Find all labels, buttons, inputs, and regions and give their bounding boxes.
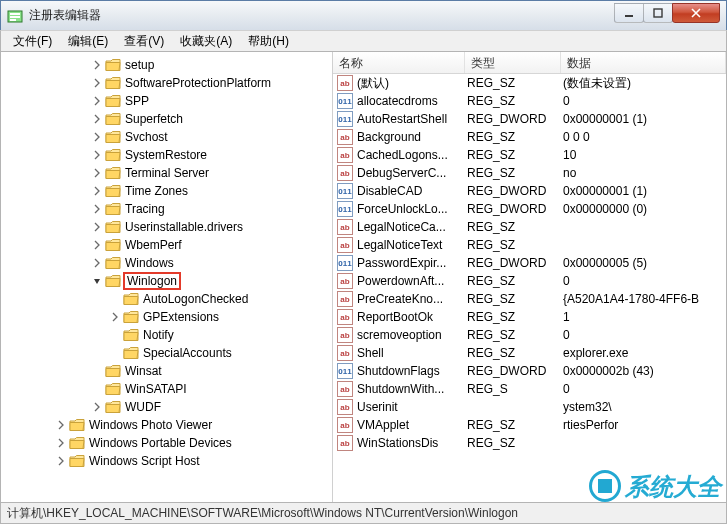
status-path: 计算机\HKEY_LOCAL_MACHINE\SOFTWARE\Microsof… <box>7 505 518 522</box>
tree-node[interactable]: Windows <box>1 254 332 272</box>
list-row[interactable]: abWinStationsDisREG_SZ <box>333 434 726 452</box>
tree-node[interactable]: Svchost <box>1 128 332 146</box>
list-row[interactable]: 011ForceUnlockLo...REG_DWORD0x00000000 (… <box>333 200 726 218</box>
expander-closed-icon[interactable] <box>109 311 121 323</box>
expander-closed-icon[interactable] <box>91 113 103 125</box>
menu-help[interactable]: 帮助(H) <box>240 31 297 52</box>
value-type: REG_DWORD <box>467 256 563 270</box>
tree-node[interactable]: setup <box>1 56 332 74</box>
tree-label: setup <box>125 58 154 72</box>
maximize-button[interactable] <box>643 3 673 23</box>
expander-open-icon[interactable] <box>91 275 103 287</box>
tree-pane: setupSoftwareProtectionPlatformSPPSuperf… <box>1 52 333 502</box>
list-row[interactable]: abPowerdownAft...REG_SZ0 <box>333 272 726 290</box>
list-row[interactable]: 011AutoRestartShellREG_DWORD0x00000001 (… <box>333 110 726 128</box>
list-row[interactable]: abLegalNoticeTextREG_SZ <box>333 236 726 254</box>
expander-closed-icon[interactable] <box>55 455 67 467</box>
expander-closed-icon[interactable] <box>91 149 103 161</box>
string-value-icon: ab <box>337 435 353 451</box>
menu-file[interactable]: 文件(F) <box>5 31 60 52</box>
list-row[interactable]: 011allocatecdromsREG_SZ0 <box>333 92 726 110</box>
string-value-icon: ab <box>337 417 353 433</box>
list-row[interactable]: ab(默认)REG_SZ(数值未设置) <box>333 74 726 92</box>
statusbar: 计算机\HKEY_LOCAL_MACHINE\SOFTWARE\Microsof… <box>0 502 727 524</box>
list-row[interactable]: abPreCreateKno...REG_SZ{A520A1A4-1780-4F… <box>333 290 726 308</box>
tree-label: Windows <box>125 256 174 270</box>
expander-closed-icon[interactable] <box>91 401 103 413</box>
tree-label: WUDF <box>125 400 161 414</box>
list-row[interactable]: abBackgroundREG_SZ0 0 0 <box>333 128 726 146</box>
list-row[interactable]: abShellREG_SZexplorer.exe <box>333 344 726 362</box>
list-row[interactable]: abReportBootOkREG_SZ1 <box>333 308 726 326</box>
expander-closed-icon[interactable] <box>91 167 103 179</box>
list-row[interactable]: abVMAppletREG_SZrtiesPerfor <box>333 416 726 434</box>
expander-closed-icon[interactable] <box>91 59 103 71</box>
column-type[interactable]: 类型 <box>465 52 561 73</box>
value-type: REG_SZ <box>467 130 563 144</box>
minimize-button[interactable] <box>614 3 644 23</box>
tree-label: SPP <box>125 94 149 108</box>
tree-node[interactable]: AutoLogonChecked <box>1 290 332 308</box>
tree-node[interactable]: GPExtensions <box>1 308 332 326</box>
tree-node[interactable]: Userinstallable.drivers <box>1 218 332 236</box>
tree-node[interactable]: Superfetch <box>1 110 332 128</box>
expander-closed-icon[interactable] <box>91 77 103 89</box>
list-row[interactable]: abUserinitystem32\ <box>333 398 726 416</box>
list-row[interactable]: abShutdownWith...REG_S0 <box>333 380 726 398</box>
list-row[interactable]: abCachedLogons...REG_SZ10 <box>333 146 726 164</box>
list-row[interactable]: abscremoveoptionREG_SZ0 <box>333 326 726 344</box>
expander-closed-icon[interactable] <box>91 185 103 197</box>
list-row[interactable]: abLegalNoticeCa...REG_SZ <box>333 218 726 236</box>
list-row[interactable]: 011PasswordExpir...REG_DWORD0x00000005 (… <box>333 254 726 272</box>
folder-icon <box>105 58 121 72</box>
tree-node[interactable]: WUDF <box>1 398 332 416</box>
value-type: REG_SZ <box>467 436 563 450</box>
folder-icon <box>105 76 121 90</box>
value-data: rtiesPerfor <box>563 418 726 432</box>
value-type: REG_SZ <box>467 418 563 432</box>
list-row[interactable]: 011DisableCADREG_DWORD0x00000001 (1) <box>333 182 726 200</box>
tree-node[interactable]: Windows Script Host <box>1 452 332 470</box>
list-row[interactable]: abDebugServerC...REG_SZno <box>333 164 726 182</box>
tree-node[interactable]: SoftwareProtectionPlatform <box>1 74 332 92</box>
tree-node[interactable]: WbemPerf <box>1 236 332 254</box>
tree-node[interactable]: Time Zones <box>1 182 332 200</box>
tree-node[interactable]: SpecialAccounts <box>1 344 332 362</box>
expander-closed-icon[interactable] <box>55 437 67 449</box>
tree-node[interactable]: WinSATAPI <box>1 380 332 398</box>
tree-node[interactable]: Notify <box>1 326 332 344</box>
tree-node[interactable]: Winlogon <box>1 272 332 290</box>
menu-view[interactable]: 查看(V) <box>116 31 172 52</box>
menu-edit[interactable]: 编辑(E) <box>60 31 116 52</box>
expander-closed-icon[interactable] <box>91 131 103 143</box>
folder-icon <box>105 220 121 234</box>
expander-closed-icon[interactable] <box>91 239 103 251</box>
tree-node[interactable]: Terminal Server <box>1 164 332 182</box>
value-data: 1 <box>563 310 726 324</box>
value-data: 0x00000000 (0) <box>563 202 726 216</box>
value-data: ystem32\ <box>563 400 726 414</box>
tree-node[interactable]: Winsat <box>1 362 332 380</box>
tree-node[interactable]: SystemRestore <box>1 146 332 164</box>
tree-node[interactable]: Windows Portable Devices <box>1 434 332 452</box>
close-button[interactable] <box>672 3 720 23</box>
value-data: no <box>563 166 726 180</box>
expander-closed-icon[interactable] <box>55 419 67 431</box>
menu-favorites[interactable]: 收藏夹(A) <box>172 31 240 52</box>
expander-closed-icon[interactable] <box>91 203 103 215</box>
titlebar: 注册表编辑器 <box>0 0 727 30</box>
column-data[interactable]: 数据 <box>561 52 726 73</box>
tree-node[interactable]: SPP <box>1 92 332 110</box>
string-value-icon: ab <box>337 129 353 145</box>
tree-node[interactable]: Windows Photo Viewer <box>1 416 332 434</box>
expander-closed-icon[interactable] <box>91 95 103 107</box>
tree-scroll[interactable]: setupSoftwareProtectionPlatformSPPSuperf… <box>1 52 332 484</box>
value-data: 10 <box>563 148 726 162</box>
expander-closed-icon[interactable] <box>91 221 103 233</box>
expander-closed-icon[interactable] <box>91 257 103 269</box>
tree-node[interactable]: Tracing <box>1 200 332 218</box>
list-row[interactable]: 011ShutdownFlagsREG_DWORD0x0000002b (43) <box>333 362 726 380</box>
list-body[interactable]: ab(默认)REG_SZ(数值未设置)011allocatecdromsREG_… <box>333 74 726 484</box>
column-name[interactable]: 名称 <box>333 52 465 73</box>
window-controls <box>615 3 720 23</box>
